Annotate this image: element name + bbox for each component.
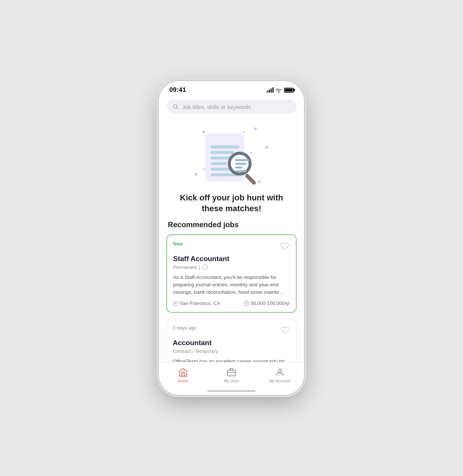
favorite-button-1[interactable]	[280, 241, 290, 252]
job-card-header-1: New	[173, 241, 290, 252]
search-placeholder: Job titles, skills or keywords	[182, 104, 251, 110]
job-title-2: Accountant	[173, 339, 290, 347]
notch	[207, 81, 256, 92]
status-bar: 09:41	[159, 81, 304, 96]
job-age-2: 2 days ago	[173, 325, 197, 331]
job-meta-1: Permanent |	[173, 264, 290, 270]
briefcase-icon	[227, 367, 236, 377]
home-icon	[178, 367, 188, 377]
illustration-area: + + + + +	[191, 122, 272, 189]
job-card-2[interactable]: 2 days ago Accountant Contract / Tempora…	[166, 319, 297, 362]
heart-icon-1	[280, 242, 289, 251]
job-card-header-2: 2 days ago	[173, 325, 290, 336]
favorite-button-2[interactable]	[280, 325, 290, 336]
wifi-icon	[276, 88, 282, 93]
nav-home[interactable]: Home	[159, 366, 207, 385]
job-meta-2: Contract / Temporary	[173, 348, 290, 354]
magnifier-icon	[228, 152, 261, 185]
person-icon	[275, 367, 285, 377]
svg-rect-2	[227, 370, 236, 376]
nav-my-jobs[interactable]: My Jobs	[207, 366, 256, 385]
status-icons	[267, 87, 294, 93]
signal-bars-icon	[267, 87, 274, 93]
location-icon-1	[173, 301, 178, 306]
job-salary-1: $ 50,000-100,000/yr	[244, 300, 290, 306]
salary-icon-1: $	[244, 301, 249, 306]
phone-screen: 09:41	[159, 81, 304, 395]
home-indicator	[207, 390, 256, 392]
job-badge-new: New	[173, 241, 183, 247]
heart-icon-2	[281, 326, 290, 335]
battery-icon	[284, 88, 294, 93]
phone-shell: 09:41	[159, 81, 304, 395]
my-account-nav-icon	[275, 367, 285, 377]
nav-my-jobs-label: My Jobs	[224, 379, 239, 383]
globe-icon-1	[202, 264, 208, 270]
nav-my-account[interactable]: My Account	[256, 366, 304, 385]
job-location-1: San Francisco, CA	[173, 300, 220, 306]
svg-line-1	[177, 108, 178, 109]
job-search-illustration	[202, 126, 261, 185]
screen-content[interactable]: Job titles, skills or keywords + + + + +	[159, 96, 304, 362]
svg-point-4	[278, 369, 282, 372]
job-footer-1: San Francisco, CA $ 50,000-100,000/yr	[173, 300, 290, 306]
status-time: 09:41	[169, 86, 186, 94]
recommended-jobs-title: Recommended jobs	[159, 221, 304, 234]
job-description-2: OfficeTeam has an excellent career oppor…	[173, 358, 290, 362]
hero-title: Kick off your job hunt with these matche…	[170, 193, 293, 214]
my-jobs-nav-icon	[227, 367, 236, 377]
nav-home-label: Home	[178, 379, 188, 383]
job-card-1[interactable]: New Staff Accountant Permanent |	[166, 234, 297, 313]
home-nav-icon	[178, 367, 188, 377]
search-icon	[172, 103, 179, 110]
search-bar[interactable]: Job titles, skills or keywords	[166, 100, 297, 114]
job-title-1: Staff Accountant	[173, 255, 290, 263]
hero-section: + + + + +	[159, 118, 304, 221]
phone-wrapper: 09:41	[153, 78, 310, 398]
job-description-1: As a Staff Accountant, you'll be respons…	[173, 274, 290, 296]
nav-my-account-label: My Account	[269, 379, 291, 383]
search-bar-wrapper: Job titles, skills or keywords	[159, 96, 304, 118]
